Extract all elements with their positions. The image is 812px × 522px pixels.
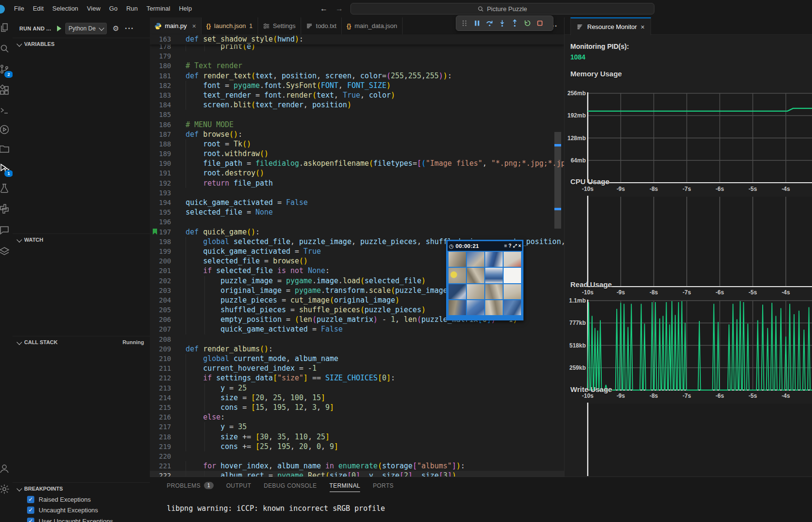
debug-step-over-button[interactable] xyxy=(483,17,496,29)
breakpoint-item[interactable]: ✓User Uncaught Exceptions xyxy=(13,516,150,522)
nav-back-icon[interactable]: ← xyxy=(320,4,328,13)
code-line-196[interactable]: 196 xyxy=(150,217,564,227)
debug-restart-button[interactable] xyxy=(521,17,534,29)
terminal-output[interactable]: libpng warning: iCCP: known incorrect sR… xyxy=(167,504,385,513)
code-line-190[interactable]: 190 file_path = filedialog.askopenfilena… xyxy=(150,159,564,168)
code-line-214[interactable]: 214 size = [20, 25, 100, 15] xyxy=(150,393,564,403)
activity-layers-icon[interactable] xyxy=(0,246,11,258)
puzzle-tile[interactable] xyxy=(449,252,466,267)
puzzle-tile[interactable] xyxy=(467,252,484,267)
activity-extensions-icon[interactable] xyxy=(0,85,11,97)
puzzle-popup-titlebar[interactable]: ◷ 00:00:21 ≡?⤢× xyxy=(448,241,522,251)
code-line-219[interactable]: 219 cons += [25, 195, 20, 0, 9] xyxy=(150,442,564,451)
checkbox-checked[interactable]: ✓ xyxy=(27,496,34,503)
section-variables[interactable]: VARIABLES xyxy=(13,38,150,50)
code-line-216[interactable]: 216 else: xyxy=(150,412,564,422)
code-line-181[interactable]: 181def render_text(text, position, scree… xyxy=(150,71,564,81)
activity-source-control-icon[interactable]: 2 xyxy=(0,63,11,76)
panel-tab-debug-console[interactable]: DEBUG CONSOLE xyxy=(264,482,317,492)
code-line-217[interactable]: 217 y = 35 xyxy=(150,422,564,432)
puzzle-tile[interactable] xyxy=(485,268,503,283)
menu-item-edit[interactable]: Edit xyxy=(29,0,48,17)
puzzle-tile[interactable] xyxy=(504,284,521,299)
code-line-185[interactable]: 185 xyxy=(150,110,564,119)
code-line-192[interactable]: 192 return file_path xyxy=(150,178,564,188)
panel-tab-problems[interactable]: PROBLEMS1 xyxy=(167,482,214,492)
debug-stop-button[interactable] xyxy=(534,17,546,29)
gear-icon[interactable]: ⚙ xyxy=(113,24,119,33)
puzzle-tile[interactable] xyxy=(485,284,503,299)
tab-launch-json[interactable]: {}launch.json1 xyxy=(202,17,258,34)
command-center-search[interactable]: Picture Puzzle xyxy=(350,3,654,14)
breakpoint-item[interactable]: ✓Raised Exceptions xyxy=(13,494,150,505)
code-line-215[interactable]: 215 cons = [15, 195, 12, 3, 9] xyxy=(150,403,564,412)
panel-tab-output[interactable]: OUTPUT xyxy=(226,482,251,492)
activity-beaker-icon[interactable] xyxy=(0,183,11,195)
code-line-163[interactable]: 163def set_shadow_style(hwnd): xyxy=(150,34,564,44)
activity-run-circle-icon[interactable] xyxy=(0,124,11,136)
puzzle-tile[interactable] xyxy=(504,300,521,315)
puzzle-tile[interactable] xyxy=(467,300,484,315)
checkbox-checked[interactable]: ✓ xyxy=(27,507,34,514)
code-line-197[interactable]: 197def quick_game(): xyxy=(150,227,564,237)
code-line-180[interactable]: 180# Text render xyxy=(150,61,564,71)
menu-item-help[interactable]: Help xyxy=(174,0,196,17)
tab-main_data-json[interactable]: {}main_data.json xyxy=(342,17,403,34)
puzzle-tile[interactable] xyxy=(485,252,503,267)
activity-library-icon[interactable] xyxy=(0,143,11,156)
activity-search-icon[interactable] xyxy=(0,43,11,56)
code-line-183[interactable]: 183 text_render = font.render(text, True… xyxy=(150,90,564,100)
code-line-211[interactable]: 211 current_hovered_index = -1 xyxy=(150,363,564,373)
tab-main-py[interactable]: main.py× xyxy=(150,17,202,34)
puzzle-tile-empty[interactable] xyxy=(504,268,521,283)
sticky-scroll-line[interactable]: 163def set_shadow_style(hwnd): xyxy=(150,34,564,44)
menu-item-terminal[interactable]: Terminal xyxy=(142,0,174,17)
code-line-212[interactable]: 212 if settings_data["size"] == SIZE_CHO… xyxy=(150,373,564,383)
code-line-209[interactable]: 209def render_albums(): xyxy=(150,344,564,354)
code-line-221[interactable]: 221 for hover_index, album_name in enume… xyxy=(150,461,564,471)
section-breakpoints[interactable]: BREAKPOINTS xyxy=(13,482,150,494)
puzzle-tile[interactable] xyxy=(485,300,503,315)
code-line-208[interactable]: 208 xyxy=(150,334,564,344)
code-line-193[interactable]: 193 xyxy=(150,188,564,198)
debug-start-button[interactable] xyxy=(57,26,61,31)
code-line-184[interactable]: 184 screen.blit(text_render, position) xyxy=(150,100,564,110)
code-line-210[interactable]: 210 global current_mode, album_name xyxy=(150,354,564,363)
tab-todo-txt[interactable]: todo.txt xyxy=(301,17,342,34)
puzzle-tile[interactable] xyxy=(504,252,521,267)
activity-files-icon[interactable] xyxy=(0,22,11,34)
code-line-194[interactable]: 194quick_game_activated = False xyxy=(150,198,564,207)
puzzle-tile[interactable] xyxy=(449,300,466,315)
activity-chat-icon[interactable] xyxy=(0,224,11,237)
more-actions-icon[interactable]: ··· xyxy=(125,24,134,33)
code-line-188[interactable]: 188 root = Tk() xyxy=(150,139,564,149)
activity-account-icon[interactable] xyxy=(0,463,11,475)
code-line-207[interactable]: 207 quick_game_activated = False xyxy=(150,324,564,334)
activity-python-icon[interactable] xyxy=(0,203,11,216)
puzzle-tile[interactable] xyxy=(449,284,466,299)
popup-help-icon[interactable]: ? xyxy=(508,243,511,249)
breakpoint-item[interactable]: ✓Uncaught Exceptions xyxy=(13,505,150,516)
code-line-182[interactable]: 182 font = pygame.font.SysFont(FONT, FON… xyxy=(150,81,564,90)
code-line-189[interactable]: 189 root.withdraw() xyxy=(150,149,564,159)
code-line-220[interactable]: 220 xyxy=(150,451,564,461)
section-watch[interactable]: WATCH xyxy=(13,233,150,246)
close-icon[interactable]: × xyxy=(192,22,196,30)
puzzle-tile[interactable] xyxy=(467,284,484,299)
code-line-222[interactable]: 222 album_rect = pygame.Rect(size[0], y,… xyxy=(150,471,564,477)
popup-close-icon[interactable]: × xyxy=(518,243,521,249)
debug-config-dropdown[interactable]: Python De xyxy=(65,23,107,34)
activity-debug-icon[interactable]: 1 xyxy=(0,162,11,175)
menu-item-selection[interactable]: Selection xyxy=(48,0,82,17)
puzzle-tile[interactable] xyxy=(449,268,466,283)
activity-settings-icon[interactable] xyxy=(0,483,11,496)
checkbox-checked[interactable]: ✓ xyxy=(27,518,34,522)
puzzle-tile[interactable] xyxy=(467,268,484,283)
section-call-stack[interactable]: CALL STACKRunning xyxy=(13,336,150,348)
menu-item-go[interactable]: Go xyxy=(105,0,122,17)
menu-item-view[interactable]: View xyxy=(83,0,105,17)
code-line-191[interactable]: 191 root.destroy() xyxy=(150,168,564,178)
debug-pause-button[interactable] xyxy=(471,17,483,29)
activity-remote-icon[interactable] xyxy=(0,104,11,117)
tab-Settings[interactable]: Settings xyxy=(258,17,301,34)
